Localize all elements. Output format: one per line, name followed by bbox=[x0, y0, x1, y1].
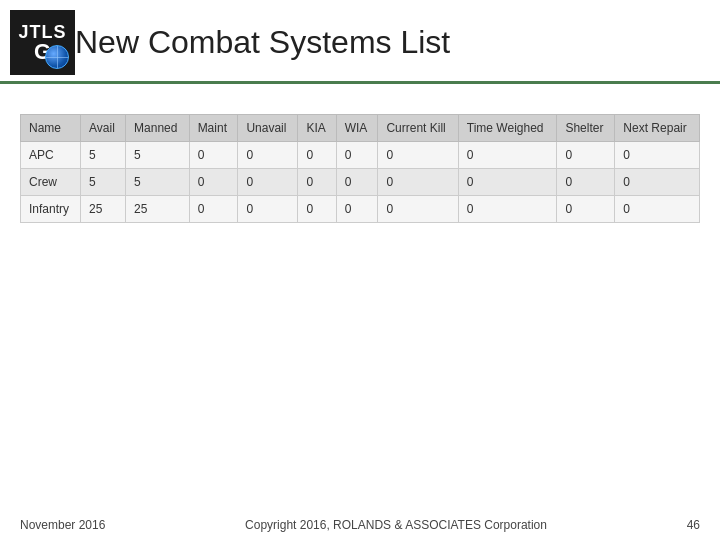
table-cell: 5 bbox=[126, 169, 190, 196]
table-cell: 0 bbox=[458, 142, 557, 169]
table-cell: 0 bbox=[189, 142, 238, 169]
table-cell: 0 bbox=[615, 142, 700, 169]
table-cell: 0 bbox=[557, 196, 615, 223]
table-cell: Infantry bbox=[21, 196, 81, 223]
header: JTLS G New Combat Systems List bbox=[0, 0, 720, 84]
table-cell: 0 bbox=[336, 169, 378, 196]
table-cell: APC bbox=[21, 142, 81, 169]
table-cell: 0 bbox=[238, 196, 298, 223]
table-cell: 0 bbox=[378, 169, 458, 196]
col-time-weighed: Time Weighed bbox=[458, 115, 557, 142]
table-cell: 0 bbox=[557, 142, 615, 169]
table-row: APC5500000000 bbox=[21, 142, 700, 169]
table-cell: Crew bbox=[21, 169, 81, 196]
table-cell: 0 bbox=[458, 196, 557, 223]
table-body: APC5500000000Crew5500000000Infantry25250… bbox=[21, 142, 700, 223]
logo: JTLS G bbox=[10, 10, 75, 75]
table-cell: 0 bbox=[615, 196, 700, 223]
table-cell: 0 bbox=[458, 169, 557, 196]
table-cell: 5 bbox=[126, 142, 190, 169]
table-cell: 0 bbox=[615, 169, 700, 196]
table-cell: 25 bbox=[126, 196, 190, 223]
footer-page-number: 46 bbox=[687, 518, 700, 532]
table-cell: 0 bbox=[557, 169, 615, 196]
table-row: Infantry252500000000 bbox=[21, 196, 700, 223]
page: JTLS G New Combat Systems List Name Avai… bbox=[0, 0, 720, 540]
table-cell: 0 bbox=[298, 142, 336, 169]
table-cell: 0 bbox=[298, 196, 336, 223]
col-manned: Manned bbox=[126, 115, 190, 142]
table-cell: 0 bbox=[336, 142, 378, 169]
table-cell: 0 bbox=[378, 142, 458, 169]
col-name: Name bbox=[21, 115, 81, 142]
table-cell: 0 bbox=[336, 196, 378, 223]
table-header: Name Avail Manned Maint Unavail KIA WIA … bbox=[21, 115, 700, 142]
table-cell: 0 bbox=[238, 142, 298, 169]
table-cell: 0 bbox=[298, 169, 336, 196]
table-row: Crew5500000000 bbox=[21, 169, 700, 196]
content-area: Name Avail Manned Maint Unavail KIA WIA … bbox=[0, 84, 720, 510]
table-header-row: Name Avail Manned Maint Unavail KIA WIA … bbox=[21, 115, 700, 142]
table-cell: 0 bbox=[189, 169, 238, 196]
table-cell: 0 bbox=[189, 196, 238, 223]
col-unavail: Unavail bbox=[238, 115, 298, 142]
combat-systems-table: Name Avail Manned Maint Unavail KIA WIA … bbox=[20, 114, 700, 223]
col-avail: Avail bbox=[81, 115, 126, 142]
footer-copyright: Copyright 2016, ROLANDS & ASSOCIATES Cor… bbox=[245, 518, 547, 532]
table-cell: 0 bbox=[378, 196, 458, 223]
footer-date: November 2016 bbox=[20, 518, 105, 532]
col-kia: KIA bbox=[298, 115, 336, 142]
col-wia: WIA bbox=[336, 115, 378, 142]
logo-jtls-text: JTLS bbox=[18, 23, 66, 41]
table-cell: 5 bbox=[81, 169, 126, 196]
col-current-kill: Current Kill bbox=[378, 115, 458, 142]
table-cell: 0 bbox=[238, 169, 298, 196]
col-maint: Maint bbox=[189, 115, 238, 142]
combat-systems-table-container: Name Avail Manned Maint Unavail KIA WIA … bbox=[20, 114, 700, 223]
logo-globe-icon bbox=[45, 45, 69, 69]
page-title: New Combat Systems List bbox=[75, 24, 450, 61]
col-shelter: Shelter bbox=[557, 115, 615, 142]
table-cell: 5 bbox=[81, 142, 126, 169]
footer: November 2016 Copyright 2016, ROLANDS & … bbox=[0, 510, 720, 540]
col-next-repair: Next Repair bbox=[615, 115, 700, 142]
table-cell: 25 bbox=[81, 196, 126, 223]
